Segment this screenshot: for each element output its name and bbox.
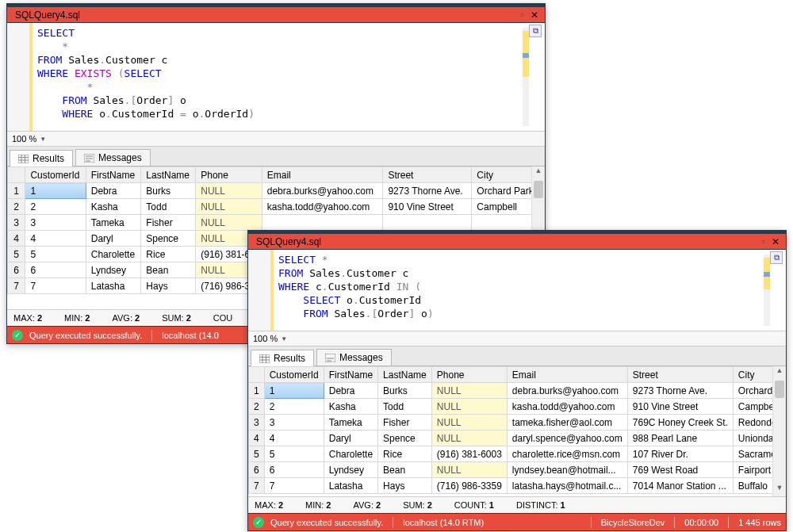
cell[interactable]: 769C Honey Creek St. [627,415,733,431]
code-editor[interactable]: SELECT * FROM Sales.Customer c WHERE EXI… [7,23,545,131]
column-header[interactable]: Email [262,167,383,183]
cell[interactable]: lyndsey.bean@hotmail... [507,462,627,478]
cell[interactable]: 5 [25,247,86,262]
column-header[interactable]: Phone [196,167,262,183]
cell[interactable]: 910 Vine Street [383,199,472,215]
cell[interactable]: Spence [141,231,196,247]
cell[interactable]: Todd [141,199,196,215]
chevron-down-icon[interactable]: ▼ [281,335,287,343]
column-header[interactable]: CustomerId [264,367,324,383]
cell[interactable]: 1 [264,383,324,399]
cell[interactable]: Charolette [86,247,141,262]
cell[interactable]: 6 [25,262,86,278]
close-icon[interactable]: ✕ [531,10,545,21]
table-row[interactable]: 66LyndseyBeanNULLlyndsey.bean@hotmail...… [249,462,787,478]
overview-ruler[interactable] [523,28,529,126]
cell[interactable]: Fisher [378,415,432,431]
cell[interactable]: NULL [196,199,262,215]
tab-results[interactable]: Results [10,150,73,166]
cell[interactable]: 3 [264,415,324,431]
table-row[interactable]: 33TamekaFisherNULLtameka.fisher@aol.com7… [249,415,787,431]
cell[interactable]: 107 River Dr. [627,446,733,462]
cell[interactable]: daryl.spence@yahoo.com [507,431,627,446]
titlebar[interactable]: SQLQuery4.sql ▫ ✕ [248,234,786,250]
column-header[interactable]: LastName [378,367,432,383]
pin-icon[interactable]: ▫ [520,9,524,21]
cell[interactable]: 1 [25,183,86,199]
cell[interactable]: Latasha [324,478,377,494]
cell[interactable] [383,215,472,231]
cell[interactable]: 2 [264,399,324,415]
cell[interactable]: Latasha [86,278,141,294]
cell[interactable]: Tameka [86,215,141,231]
cell[interactable]: 910 Vine Street [627,399,733,415]
column-header[interactable]: FirstName [324,367,377,383]
table-row[interactable]: 11DebraBurksNULLdebra.burks@yahoo.com927… [8,183,545,199]
cell[interactable]: Burks [141,183,196,199]
cell[interactable]: Kasha [324,399,377,415]
cell[interactable]: Hays [141,278,196,294]
cell[interactable]: 9273 Thorne Ave. [383,183,472,199]
cell[interactable]: Bean [141,262,196,278]
cell[interactable]: NULL [431,431,507,446]
cell[interactable]: 988 Pearl Lane [627,431,733,446]
cell[interactable]: 3 [25,215,86,231]
cell[interactable]: charolette.rice@msn.com [507,446,627,462]
cell[interactable]: 7 [25,278,86,294]
cell[interactable]: 4 [264,431,324,446]
cell[interactable]: NULL [431,383,507,399]
cell[interactable]: NULL [431,462,507,478]
tab-messages[interactable]: < line x1="2" y1="3" x2="11" y2="3" stro… [316,349,392,366]
cell[interactable]: 5 [264,446,324,462]
cell[interactable]: Burks [378,383,432,399]
cell[interactable]: Fisher [141,215,196,231]
cell[interactable]: NULL [431,415,507,431]
cell[interactable]: Lyndsey [324,462,377,478]
results-grid[interactable]: CustomerIdFirstNameLastNamePhoneEmailStr… [248,366,786,496]
cell[interactable]: NULL [196,215,262,231]
split-icon[interactable]: ⧉ [770,251,783,264]
table-row[interactable]: 55CharoletteRice(916) 381-6003charolette… [249,446,787,462]
column-header[interactable]: Email [507,367,627,383]
column-header[interactable]: Street [383,167,472,183]
cell[interactable]: Kasha [86,199,141,215]
cell[interactable]: Debra [86,183,141,199]
cell[interactable]: kasha.todd@yahoo.com [507,399,627,415]
cell[interactable]: tameka.fisher@aol.com [507,415,627,431]
cell[interactable]: 7 [264,478,324,494]
cell[interactable]: 769 West Road [627,462,733,478]
cell[interactable]: NULL [196,183,262,199]
cell[interactable]: Todd [378,399,432,415]
cell[interactable]: 6 [264,462,324,478]
cell[interactable]: latasha.hays@hotmail.c... [507,478,627,494]
cell[interactable]: 4 [25,231,86,247]
code-editor[interactable]: SELECT * FROM Sales.Customer c WHERE c.C… [248,250,786,331]
cell[interactable]: Debra [324,383,377,399]
cell[interactable]: debra.burks@yahoo.com [507,383,627,399]
column-header[interactable]: Phone [431,367,507,383]
cell[interactable]: Rice [141,247,196,262]
zoom-level[interactable]: 100 % [12,134,36,144]
cell[interactable]: debra.burks@yahoo.com [262,183,383,199]
cell[interactable]: Spence [378,431,432,446]
table-row[interactable]: 11DebraBurksNULLdebra.burks@yahoo.com927… [249,383,787,399]
column-header[interactable]: LastName [141,167,196,183]
cell[interactable]: kasha.todd@yahoo.com [262,199,383,215]
titlebar[interactable]: SQLQuery4.sql ▫ ✕ [7,7,545,23]
split-icon[interactable]: ⧉ [529,25,542,37]
cell[interactable]: NULL [431,399,507,415]
table-row[interactable]: 22KashaToddNULLkasha.todd@yahoo.com910 V… [8,199,545,215]
tab-results[interactable]: Results [251,350,314,366]
chevron-down-icon[interactable]: ▼ [40,136,46,143]
cell[interactable]: Daryl [324,431,377,446]
cell[interactable]: Daryl [86,231,141,247]
file-tab[interactable]: SQLQuery4.sql [248,235,329,249]
cell[interactable]: Bean [378,462,432,478]
cell[interactable] [262,215,383,231]
column-header[interactable]: Street [627,367,733,383]
column-header[interactable]: CustomerId [25,167,86,183]
cell[interactable]: Tameka [324,415,377,431]
zoom-level[interactable]: 100 % [253,334,278,343]
vertical-scrollbar[interactable]: ▲ ▼ [772,366,786,496]
table-row[interactable]: 33TamekaFisherNULL [8,215,545,231]
